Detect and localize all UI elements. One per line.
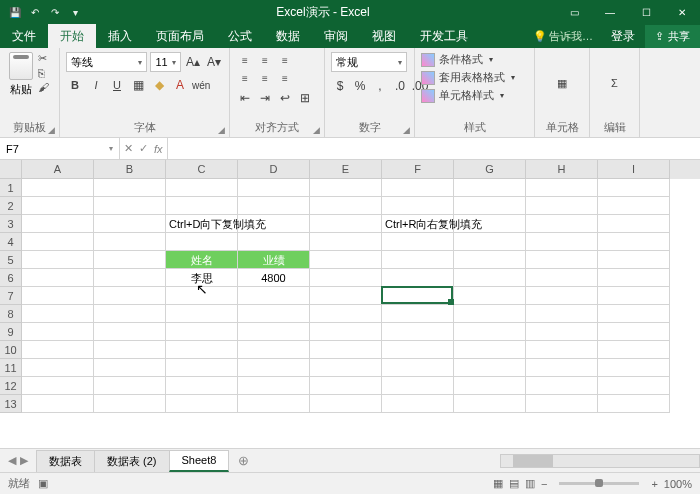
cell-A8[interactable] [22,305,94,323]
cut-icon[interactable]: ✂ [38,52,49,65]
sheet-nav[interactable]: ◀▶ [0,454,36,467]
ribbon-options-icon[interactable]: ▭ [556,0,592,24]
phonetic-button[interactable]: wén [192,75,210,95]
currency-button[interactable]: $ [331,76,349,96]
cell-B4[interactable] [94,233,166,251]
tab-insert[interactable]: 插入 [96,24,144,48]
cell-B1[interactable] [94,179,166,197]
cell-H7[interactable] [526,287,598,305]
cell-D13[interactable] [238,395,310,413]
worksheet-grid[interactable]: ABCDEFGHI 12345678910111213 Ctrl+D向下复制填充… [0,160,700,448]
cell-H8[interactable] [526,305,598,323]
cell-H4[interactable] [526,233,598,251]
cell-D7[interactable] [238,287,310,305]
cell-F1[interactable] [382,179,454,197]
cell-E5[interactable] [310,251,382,269]
cell-E3[interactable] [310,215,382,233]
row-header[interactable]: 9 [0,323,22,341]
row-header[interactable]: 8 [0,305,22,323]
cell-D9[interactable] [238,323,310,341]
increase-indent-icon[interactable]: ⇥ [256,88,274,108]
decrease-font-icon[interactable]: A▾ [205,52,223,72]
cell-E9[interactable] [310,323,382,341]
tab-review[interactable]: 审阅 [312,24,360,48]
cell-I9[interactable] [598,323,670,341]
cell-G5[interactable] [454,251,526,269]
cell-D4[interactable] [238,233,310,251]
launcher-icon[interactable]: ◢ [403,125,410,135]
cell-C10[interactable] [166,341,238,359]
cell-E11[interactable] [310,359,382,377]
tell-me[interactable]: 💡告诉我… [525,29,601,44]
cell-D6[interactable]: 4800 [238,269,310,287]
cell-E10[interactable] [310,341,382,359]
cell-I13[interactable] [598,395,670,413]
column-headers[interactable]: ABCDEFGHI [22,160,700,179]
sheet-tab[interactable]: 数据表 [36,450,95,472]
select-all-button[interactable] [0,160,22,179]
font-size-combo[interactable]: 11▾ [150,52,181,72]
cell-B5[interactable] [94,251,166,269]
col-header[interactable]: B [94,160,166,179]
increase-font-icon[interactable]: A▴ [184,52,202,72]
cell-B6[interactable] [94,269,166,287]
cell-F4[interactable] [382,233,454,251]
macro-record-icon[interactable]: ▣ [38,477,48,490]
cell-C13[interactable] [166,395,238,413]
italic-button[interactable]: I [87,75,105,95]
cell-H10[interactable] [526,341,598,359]
zoom-level[interactable]: 100% [664,478,692,490]
col-header[interactable]: F [382,160,454,179]
save-icon[interactable]: 💾 [8,5,22,19]
cell-F9[interactable] [382,323,454,341]
cell-I6[interactable] [598,269,670,287]
cell-H11[interactable] [526,359,598,377]
cell-D1[interactable] [238,179,310,197]
add-sheet-button[interactable]: ⊕ [228,453,259,468]
sheet-tab[interactable]: Sheet8 [169,450,230,472]
cell-C7[interactable] [166,287,238,305]
cell-E12[interactable] [310,377,382,395]
cell-E6[interactable] [310,269,382,287]
cell-H2[interactable] [526,197,598,215]
cell-C4[interactable] [166,233,238,251]
tab-formulas[interactable]: 公式 [216,24,264,48]
align-top-icon[interactable]: ≡ [236,52,254,68]
col-header[interactable]: C [166,160,238,179]
copy-icon[interactable]: ⎘ [38,67,49,79]
cell-G6[interactable] [454,269,526,287]
borders-button[interactable]: ▦ [129,75,147,95]
page-break-view-icon[interactable]: ▥ [525,477,535,490]
col-header[interactable]: I [598,160,670,179]
cell-E7[interactable] [310,287,382,305]
cell-C1[interactable] [166,179,238,197]
cell-F7[interactable] [382,287,454,305]
cell-B7[interactable] [94,287,166,305]
cell-E1[interactable] [310,179,382,197]
cell-C9[interactable] [166,323,238,341]
horizontal-scrollbar[interactable] [500,454,700,468]
launcher-icon[interactable]: ◢ [313,125,320,135]
cell-H1[interactable] [526,179,598,197]
cell-H13[interactable] [526,395,598,413]
cell-I5[interactable] [598,251,670,269]
cell-E8[interactable] [310,305,382,323]
page-layout-view-icon[interactable]: ▤ [509,477,519,490]
cell-F3[interactable]: Ctrl+R向右复制填充 [382,215,454,233]
cell-G8[interactable] [454,305,526,323]
row-header[interactable]: 7 [0,287,22,305]
format-table-button[interactable]: 套用表格格式▾ [421,70,528,85]
cell-F2[interactable] [382,197,454,215]
cell-I8[interactable] [598,305,670,323]
underline-button[interactable]: U [108,75,126,95]
fx-button[interactable]: fx [154,143,163,155]
cell-E2[interactable] [310,197,382,215]
cell-F13[interactable] [382,395,454,413]
cell-A6[interactable] [22,269,94,287]
conditional-format-button[interactable]: 条件格式▾ [421,52,528,67]
cell-A3[interactable] [22,215,94,233]
row-header[interactable]: 12 [0,377,22,395]
wrap-text-button[interactable]: ↩ [276,88,294,108]
cell-D12[interactable] [238,377,310,395]
number-format-combo[interactable]: 常规▾ [331,52,407,72]
